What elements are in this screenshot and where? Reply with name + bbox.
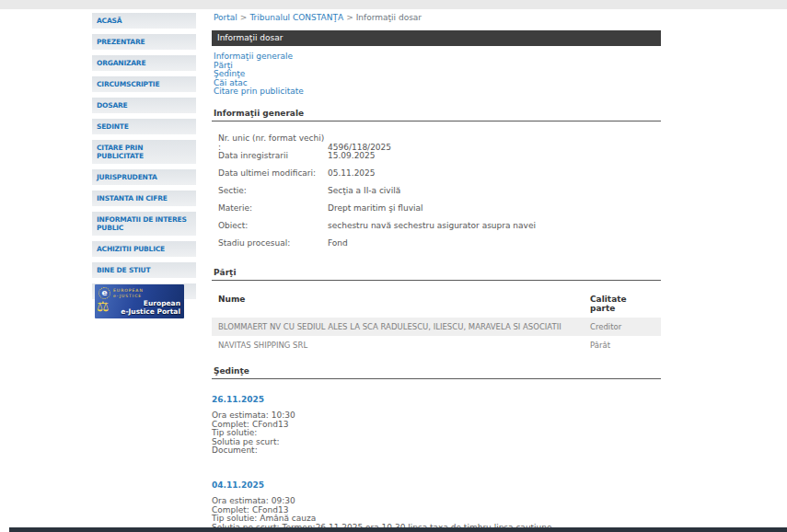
session-detail-value: CFond13 — [252, 420, 289, 429]
session-detail-label: Document: — [212, 445, 258, 455]
session-detail-label: Ora estimata: — [212, 411, 269, 420]
session-detail-label: Complet: — [212, 505, 249, 515]
breadcrumb-separator: > — [346, 13, 353, 22]
session-detail-line: Solutia pe scurt: — [212, 438, 663, 447]
sidebar-item-citare-prin-publicitate[interactable]: CITARE PRIN PUBLICITATE — [92, 140, 196, 164]
ejustice-logo-text: European e-Justice Portal — [121, 299, 180, 316]
parties-table: Nume Calitate parte BLOMMAERT NV CU SEDI… — [212, 290, 661, 354]
breadcrumb-separator: > — [240, 13, 248, 22]
info-row: Data inregistrarii15.09.2025 — [212, 151, 663, 168]
info-row: Sectie:Secţia a II-a civilă — [212, 186, 663, 203]
party-role: Pârât — [590, 341, 654, 350]
page-title: Informaţii dosar — [217, 33, 283, 42]
session-detail-value: CFond13 — [252, 505, 289, 515]
sidebar-item-prezentare[interactable]: PREZENTARE — [92, 34, 196, 50]
session-detail-value: Amână cauza — [260, 514, 316, 523]
session-detail-line: Complet:CFond13 — [212, 421, 663, 430]
info-row-label: Data inregistrarii — [218, 151, 328, 160]
logo-text-line1: European — [121, 299, 180, 307]
ejustice-emblem-text: EUROPEAN e-JUSTICE — [113, 288, 144, 298]
bottom-bar — [9, 527, 787, 532]
info-row-value: Fond — [328, 238, 348, 248]
session-detail-label: Solutia pe scurt: — [212, 437, 280, 446]
info-row-label: Stadiu procesual: — [218, 238, 328, 248]
table-row-party: BLOMMAERT NV CU SEDIUL ALES LA SCA RADUL… — [212, 318, 661, 336]
session-date-link[interactable]: 04.11.2025 — [212, 480, 264, 490]
section-heading-parties: Părţi — [212, 266, 661, 281]
info-row: Obiect:sechestru navă sechestru asigurat… — [212, 221, 663, 238]
info-row-label: Materie: — [218, 203, 328, 213]
sessions-list: 26.11.2025Ora estimata:10:30Complet:CFon… — [212, 395, 663, 532]
info-row: Stadiu procesual:Fond — [212, 238, 663, 256]
ejustice-portal-logo[interactable]: e EUROPEAN e-JUSTICE ⚖ European e-Justic… — [95, 284, 184, 318]
section-heading-sessions: Şedinţe — [212, 364, 661, 379]
info-row: Materie:Drept maritim şi fluvial — [212, 203, 663, 221]
info-row: Data ultimei modificari:05.11.2025 — [212, 168, 663, 186]
breadcrumb-current: Informaţii dosar — [356, 13, 422, 22]
breadcrumb-link-portal[interactable]: Portal — [214, 13, 237, 22]
sidebar-item-circumscriptie[interactable]: CIRCUMSCRIPTIE — [92, 76, 196, 92]
party-name: BLOMMAERT NV CU SEDIUL ALES LA SCA RADUL… — [218, 322, 590, 331]
column-header-role: Calitate parte — [590, 295, 654, 313]
session-detail-value: 10:30 — [272, 411, 295, 420]
quick-links: Informaţii generalePărţiŞedinţeCăi atacC… — [214, 52, 663, 97]
info-row-value: sechestru navă sechestru asigurator asup… — [328, 221, 536, 230]
session-detail-line: Document: — [212, 446, 663, 456]
logo-text-line2: e-Justice Portal — [121, 307, 180, 316]
column-header-name: Nume — [218, 295, 590, 313]
session-block: 26.11.2025Ora estimata:10:30Complet:CFon… — [212, 395, 663, 456]
top-bar — [0, 0, 787, 9]
sidebar-item-dosare[interactable]: DOSARE — [92, 98, 196, 113]
info-row-label: Obiect: — [218, 221, 328, 230]
info-row: Nr. unic (nr. format vechi) :4596/118/20… — [212, 133, 663, 151]
session-detail-value: 09:30 — [272, 496, 295, 505]
sidebar-item-bine-de-stiut[interactable]: BINE DE STIUT — [92, 262, 196, 278]
sidebar-nav: ACASĂPREZENTAREORGANIZARECIRCUMSCRIPTIED… — [92, 13, 196, 305]
info-row-value: 05.11.2025 — [328, 168, 376, 178]
session-detail-label: Complet: — [212, 420, 249, 429]
party-name: NAVITAS SHIPPING SRL — [218, 341, 590, 350]
page-title-bar: Informaţii dosar — [212, 30, 661, 46]
info-row-value: 15.09.2025 — [328, 151, 376, 160]
party-role: Creditor — [590, 322, 654, 331]
parties-table-header: Nume Calitate parte — [212, 290, 661, 318]
info-row-label: Sectie: — [218, 186, 328, 195]
section-heading-general: Informaţii generale — [212, 107, 661, 121]
sidebar-item-acas[interactable]: ACASĂ — [92, 13, 196, 29]
sidebar-item-informatii-de-interes-public[interactable]: INFORMATII DE INTERES PUBLIC — [92, 212, 196, 236]
session-detail-label: Tip solutie: — [212, 428, 257, 437]
info-row-label: Data ultimei modificari: — [218, 168, 328, 178]
general-info-table: Nr. unic (nr. format vechi) :4596/118/20… — [212, 133, 663, 256]
session-date-link[interactable]: 26.11.2025 — [212, 395, 264, 404]
session-detail-label: Ora estimata: — [212, 496, 269, 505]
session-detail-label: Tip solutie: — [212, 514, 257, 523]
sidebar-item-organizare[interactable]: ORGANIZARE — [92, 55, 196, 71]
sidebar-item-instanta-in-cifre[interactable]: INSTANTA IN CIFRE — [92, 191, 196, 206]
info-row-value: Drept maritim şi fluvial — [328, 203, 422, 213]
table-row-party: NAVITAS SHIPPING SRLPârât — [212, 336, 661, 354]
sidebar-item-sedinte[interactable]: SEDINTE — [92, 119, 196, 134]
quick-link-citare-prin-publicitate[interactable]: Citare prin publicitate — [214, 87, 304, 97]
main-content: Portal>Tribunalul CONSTANŢA>Informaţii d… — [212, 11, 663, 532]
scales-of-justice-icon: ⚖ — [97, 297, 109, 316]
sidebar-item-jurisprudenta[interactable]: JURISPRUDENTA — [92, 169, 196, 185]
sidebar-item-achizitii-publice[interactable]: ACHIZITII PUBLICE — [92, 241, 196, 257]
info-row-label: Nr. unic (nr. format vechi) : — [218, 133, 328, 152]
session-block: 04.11.2025Ora estimata:09:30Complet:CFon… — [212, 480, 663, 532]
info-row-value: Secţia a II-a civilă — [328, 186, 400, 195]
session-details: Ora estimata:10:30Complet:CFond13Tip sol… — [212, 411, 663, 456]
breadcrumb: Portal>Tribunalul CONSTANŢA>Informaţii d… — [214, 13, 663, 22]
breadcrumb-link-tribunalul-constan-a[interactable]: Tribunalul CONSTANŢA — [249, 13, 343, 22]
